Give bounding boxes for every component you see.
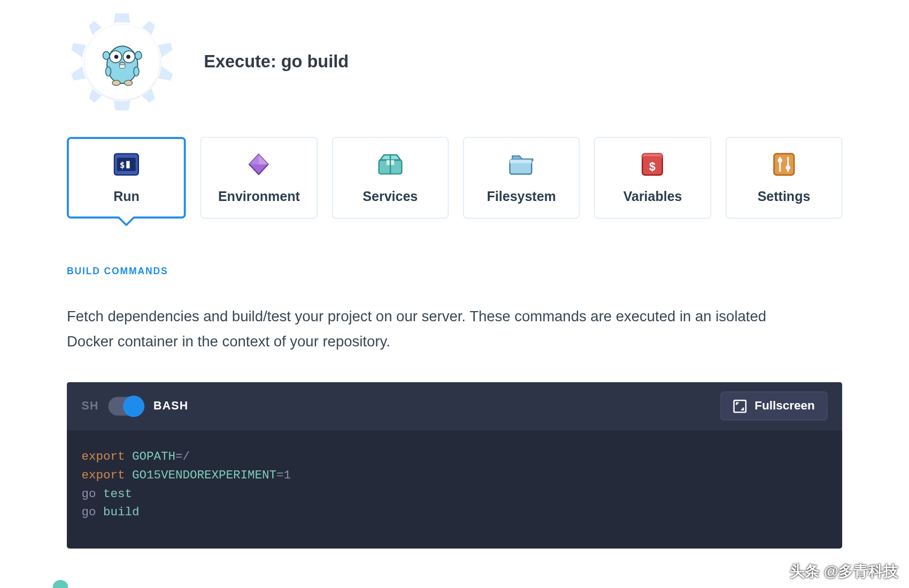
watermark: 头条 @多青科技 <box>768 561 898 582</box>
terminal-icon: $ <box>114 151 140 177</box>
shell-toggle[interactable]: SH BASH <box>82 397 189 415</box>
dollar-file-icon: $ <box>640 151 666 177</box>
svg-point-12 <box>112 80 120 85</box>
diamond-icon <box>246 151 272 177</box>
section-title: BUILD COMMANDS <box>67 265 842 276</box>
svg-text:$: $ <box>120 159 125 169</box>
gopher-peek-icon <box>53 580 68 588</box>
svg-point-10 <box>105 66 111 76</box>
svg-point-33 <box>785 165 790 170</box>
svg-point-6 <box>114 55 118 59</box>
tab-settings[interactable]: Settings <box>726 137 842 219</box>
toggle-knob <box>123 396 144 417</box>
page-title: Execute: go build <box>204 51 349 72</box>
page-header: Execute: go build <box>67 0 842 137</box>
fullscreen-label: Fullscreen <box>754 399 815 413</box>
svg-point-7 <box>126 55 130 59</box>
tab-label: Filesystem <box>487 189 556 204</box>
gopher-gear-icon <box>67 7 177 117</box>
sliders-icon <box>771 151 797 177</box>
fullscreen-icon <box>733 399 746 413</box>
shell-option-bash[interactable]: BASH <box>153 399 188 413</box>
code-area[interactable]: export GOPATH=/ export GO15VENDOREXPERIM… <box>67 430 842 549</box>
tab-label: Variables <box>623 189 682 204</box>
tab-filesystem[interactable]: Filesystem <box>463 137 580 219</box>
svg-point-13 <box>124 80 132 85</box>
svg-rect-22 <box>391 160 394 165</box>
tab-label: Run <box>113 189 140 204</box>
code-editor: SH BASH Fullscreen export GOPATH=/ expor… <box>67 382 842 549</box>
svg-point-32 <box>777 158 782 163</box>
svg-text:$: $ <box>650 160 656 173</box>
tab-label: Settings <box>758 189 811 204</box>
editor-toolbar: SH BASH Fullscreen <box>67 382 842 430</box>
tab-variables[interactable]: $ Variables <box>595 137 711 219</box>
tab-services[interactable]: Services <box>332 137 449 219</box>
svg-rect-17 <box>126 161 129 168</box>
toggle-switch[interactable] <box>108 397 144 415</box>
svg-rect-34 <box>734 400 746 412</box>
svg-rect-27 <box>643 156 663 159</box>
svg-rect-36 <box>777 566 783 573</box>
svg-point-11 <box>133 66 138 76</box>
tab-run[interactable]: $ Run <box>67 137 186 219</box>
svg-rect-21 <box>387 160 390 165</box>
svg-point-2 <box>103 51 110 59</box>
box-icon <box>378 151 403 177</box>
section-description: Fetch dependencies and build/test your p… <box>67 304 815 354</box>
svg-point-3 <box>135 51 142 59</box>
svg-rect-35 <box>770 566 775 577</box>
tabs-container: $ Run Environment <box>67 137 842 219</box>
svg-rect-9 <box>119 65 125 68</box>
svg-rect-24 <box>510 159 532 163</box>
shell-option-sh[interactable]: SH <box>82 399 99 413</box>
folder-icon <box>509 151 534 177</box>
tab-environment[interactable]: Environment <box>201 137 317 219</box>
tab-label: Environment <box>218 189 300 204</box>
svg-rect-29 <box>774 153 794 175</box>
tab-label: Services <box>363 189 418 204</box>
fullscreen-button[interactable]: Fullscreen <box>720 392 827 421</box>
